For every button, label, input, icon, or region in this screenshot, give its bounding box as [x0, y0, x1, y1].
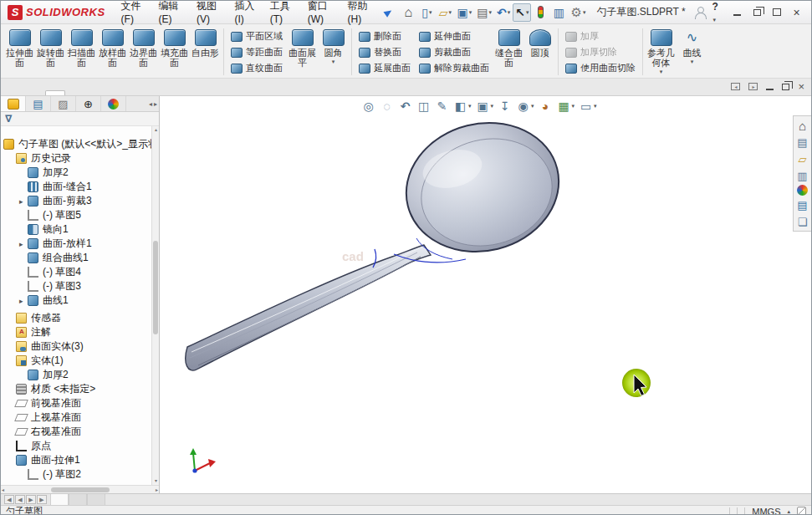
dome-button[interactable]: 圆顶 [524, 26, 555, 78]
graphics-viewport[interactable]: cad [160, 96, 811, 493]
command-tab[interactable] [66, 90, 86, 95]
appearances-icon[interactable] [797, 185, 808, 196]
ribbon-small-button[interactable]: 加厚切除 [563, 46, 638, 59]
quick-tool-button[interactable]: ▾ [531, 3, 549, 22]
tree-item[interactable]: 右视基准面 [1, 425, 159, 439]
tree-item[interactable]: 曲面-剪裁3 [1, 194, 159, 208]
quick-tool-button[interactable]: ▾ [417, 3, 436, 22]
menu-item[interactable]: 文件(F) [114, 0, 151, 28]
dropdown-caret[interactable]: ▾ [526, 9, 529, 16]
first-tab-icon[interactable]: ◀ [4, 495, 14, 504]
dropdown-caret[interactable]: ▾ [332, 59, 335, 65]
tree-vertical-scrollbar[interactable]: ▴ ▾ [151, 126, 159, 485]
custom-properties-icon[interactable] [795, 197, 810, 212]
panel-tab[interactable] [76, 96, 101, 111]
dropdown-caret[interactable]: ▾ [660, 69, 663, 75]
home-pane-icon[interactable] [795, 118, 810, 133]
scrollbar-thumb[interactable] [153, 241, 158, 334]
tree-item[interactable]: (-) 草图5 [1, 208, 159, 222]
quick-tool-button[interactable]: ▾ [436, 3, 454, 22]
scroll-left-icon[interactable]: ◂ [149, 100, 152, 108]
dropdown-caret[interactable]: ▾ [449, 9, 452, 16]
maximize-button[interactable] [771, 7, 784, 18]
user-account-icon[interactable] [694, 7, 705, 18]
tree-item[interactable]: 上视基准面 [1, 410, 159, 425]
quick-tool-button[interactable]: ▾ [474, 3, 494, 22]
ribbon-large-button[interactable]: 填充曲面 [159, 26, 190, 78]
expand-arrow[interactable] [19, 297, 28, 305]
ribbon-large-button[interactable]: 旋转曲面 [35, 26, 66, 78]
menu-item[interactable]: 帮助(H) [340, 0, 379, 28]
knit-surface-button[interactable]: 缝合曲面 [493, 26, 524, 78]
tree-item[interactable]: 历史记录 [1, 151, 159, 166]
tree-item[interactable]: 材质 <未指定> [1, 382, 159, 396]
restore-button[interactable] [751, 7, 763, 18]
ribbon-small-button[interactable]: 解除剪裁曲面 [416, 62, 492, 74]
tree-item[interactable]: 组合曲线1 [1, 251, 159, 265]
fillet-button[interactable]: 圆角 ▾ [318, 26, 349, 78]
scroll-right-icon[interactable]: ▸ [156, 487, 158, 492]
menu-item[interactable]: 视图(V) [189, 0, 227, 28]
file-explorer-icon[interactable] [795, 151, 810, 166]
prev-tab-icon[interactable]: ◀ [15, 495, 25, 504]
pin-icon[interactable] [384, 8, 394, 18]
panel-tab[interactable] [51, 96, 76, 111]
ribbon-large-button[interactable]: 自由形 [190, 26, 221, 78]
tree-item[interactable]: 曲面实体(3) [1, 339, 159, 354]
ribbon-small-button[interactable]: 加厚 [563, 30, 638, 43]
reference-geometry-button[interactable]: 参考几何体 ▾ [646, 26, 677, 78]
headsup-button[interactable]: ▾ [556, 97, 576, 115]
expand-arrow[interactable] [19, 240, 28, 248]
dropdown-caret[interactable]: ▾ [429, 9, 432, 16]
tree-horizontal-scrollbar[interactable]: ◂ ▸ [1, 485, 159, 493]
quick-tool-button[interactable]: ▾ [568, 3, 588, 22]
command-tab[interactable] [171, 90, 191, 95]
headsup-button[interactable]: ▾ [416, 97, 432, 115]
headsup-button[interactable]: ▾ [497, 97, 513, 115]
headsup-button[interactable]: ▾ [360, 97, 376, 115]
headsup-button[interactable]: ▾ [515, 97, 535, 115]
command-tab[interactable] [108, 90, 128, 95]
units-caret-icon[interactable]: ▴ [787, 508, 790, 515]
ribbon-small-button[interactable]: 使用曲面切除 [563, 62, 638, 74]
close-button[interactable]: × [790, 7, 803, 18]
ribbon-large-button[interactable]: 放样曲面 [97, 26, 128, 78]
dropdown-caret[interactable]: ▾ [491, 103, 494, 110]
model-tab[interactable] [69, 494, 87, 505]
ribbon-large-button[interactable]: 边界曲面 [128, 26, 159, 78]
next-tab-icon[interactable]: ▶ [26, 495, 36, 504]
tree-item[interactable]: 加厚2 [1, 368, 159, 382]
model-tab[interactable] [50, 494, 69, 505]
tree-item[interactable]: (-) 草图2 [1, 467, 159, 482]
headsup-button[interactable]: ▾ [434, 97, 450, 115]
curves-button[interactable]: ∿ 曲线 ▾ [677, 26, 707, 78]
menu-item[interactable]: 工具(T) [263, 0, 300, 28]
dropdown-caret[interactable]: ▾ [488, 9, 492, 16]
quick-tool-button[interactable]: ▾ [549, 3, 568, 22]
scroll-right-icon[interactable]: ▸ [154, 100, 157, 108]
ribbon-small-button[interactable]: 替换面 [356, 46, 413, 59]
doc-minimize-button[interactable] [766, 84, 774, 90]
dropdown-caret[interactable]: ▾ [531, 103, 534, 110]
quick-tool-button[interactable]: ▾ [454, 3, 474, 22]
scroll-up-icon[interactable]: ▴ [152, 126, 159, 134]
ribbon-large-button[interactable]: 扫描曲面 [66, 26, 97, 78]
panel-tab[interactable] [26, 96, 51, 111]
ribbon-small-button[interactable]: 删除面 [356, 30, 413, 43]
command-tab[interactable] [192, 90, 212, 95]
dropdown-caret[interactable]: ▾ [583, 9, 586, 16]
view-palette-icon[interactable] [795, 168, 810, 183]
ribbon-small-button[interactable]: 等距曲面 [228, 46, 285, 59]
tree-item[interactable]: 曲线1 [1, 293, 159, 308]
headsup-button[interactable]: ▾ [538, 97, 554, 115]
panel-tab[interactable] [1, 96, 26, 111]
status-edit-icon[interactable] [797, 507, 806, 515]
quick-tool-button[interactable]: ▾ [513, 3, 531, 22]
tree-item[interactable]: 曲面-拉伸1 [1, 453, 159, 467]
ribbon-small-button[interactable]: 直纹曲面 [228, 62, 285, 74]
forum-icon[interactable] [795, 214, 810, 229]
tree-item[interactable]: 前视基准面 [1, 396, 159, 410]
tree-item[interactable]: 注解 [1, 325, 159, 339]
tree-item[interactable]: 原点 [1, 439, 159, 453]
dropdown-caret[interactable]: ▾ [572, 103, 575, 110]
